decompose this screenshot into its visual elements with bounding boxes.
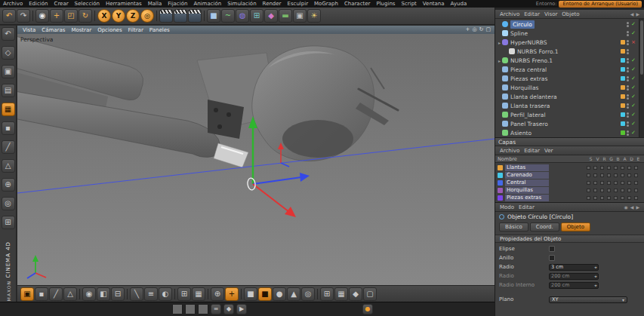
redo-icon[interactable]: ↷ [17,9,30,23]
enable-toggle[interactable]: ✓ [630,31,636,36]
object-manager-tree[interactable]: Circulo ✓ Spline ✓ ▸ HyperNURBS × NURBS … [495,19,644,138]
convert-object-icon[interactable]: ◇ [2,46,15,60]
make-editable-icon[interactable]: ▣ [20,287,34,301]
object-row-llanta-trasera[interactable]: Llanta trasera ✓ [495,101,644,110]
menu-character[interactable]: Character [341,0,374,8]
pan-view-icon[interactable]: + [466,27,470,32]
object-name[interactable]: Circulo [510,20,535,29]
expand-arrow-icon[interactable]: ▸ [497,58,502,63]
viewport[interactable]: VistaCámarasMostrarOpcionesFiltrarPanele… [17,26,495,285]
layer-color-swatch[interactable] [498,180,503,186]
viewport-canvas[interactable] [17,33,495,285]
om-menu-objeto[interactable]: Objeto [559,11,581,17]
enable-toggle[interactable]: ✓ [630,94,636,100]
menu-crear[interactable]: Crear [51,0,72,8]
vp-menu-mostrar[interactable]: Mostrar [68,27,94,33]
enable-toggle[interactable]: ✓ [630,112,636,118]
visibility-dots[interactable] [627,40,629,45]
points-mode-icon[interactable]: ▪ [2,121,15,135]
menu-herramientas[interactable]: Herramientas [103,0,145,8]
enable-toggle[interactable]: × [630,40,636,45]
visibility-dots[interactable] [627,121,629,127]
object-row-llanta-delantera[interactable]: Llanta delantera ✓ [495,92,644,101]
visibility-dots[interactable] [627,130,629,136]
attr-lock-icon[interactable]: ◉ [624,205,628,210]
object-name[interactable]: Panel Trasero [510,120,548,128]
lights-icon[interactable]: ☀ [307,9,321,23]
object-name[interactable]: NURBS Forro.1 [517,48,559,56]
om-menu-archivo[interactable]: Archivo [498,11,522,17]
visibility-dots[interactable] [627,31,629,36]
vp-menu-opciones[interactable]: Opciones [94,27,125,33]
model-mesh[interactable] [17,35,398,167]
brush-tool-icon[interactable]: ◐ [159,287,172,301]
enable-toggle[interactable]: ✓ [630,22,636,27]
layer-row-central[interactable]: Central [495,179,644,186]
sphere-tool-icon[interactable]: ● [273,287,286,301]
orange-cube-tool-icon[interactable]: ■ [258,287,272,301]
object-row-pieza-central[interactable]: Pieza central ✓ [495,65,644,74]
add-point-button[interactable]: + [225,287,239,301]
menu-animacion[interactable]: Animación [190,0,224,8]
property-value-field[interactable]: 3 cm [549,264,599,271]
menu-esculpir[interactable]: Esculpir [285,0,312,8]
texture-mode-icon[interactable]: ▤ [2,84,15,97]
material-thumbnail[interactable] [172,304,183,314]
menu-ayuda[interactable]: Ayuda [448,0,470,8]
visibility-dots[interactable] [627,112,629,118]
layer-row-piezas-extras[interactable]: Piezas extras [495,194,644,201]
layer-name[interactable]: Llantas [505,164,549,171]
workplane-mode-icon[interactable]: ▦ [2,103,15,116]
om-menu-visor[interactable]: Visor [542,11,559,17]
move-icon[interactable]: + [50,9,63,23]
array-tool-icon[interactable]: ⊞ [177,287,191,301]
deformers-icon[interactable]: ◆ [264,9,278,23]
generators-icon[interactable]: ⊞ [250,9,263,23]
tab-coord[interactable]: Coord. [530,222,559,232]
vp-menu-vista[interactable]: Vista [20,27,39,33]
menu-fijacion[interactable]: Fijación [165,0,190,8]
object-name[interactable]: Horquillas [510,84,538,92]
expand-arrow-icon[interactable]: ▸ [497,40,502,45]
extrude-tool-icon[interactable]: ⊟ [111,287,125,301]
render-view-icon[interactable] [159,9,173,23]
camera-label[interactable]: Perspectiva [20,36,53,43]
object-name[interactable]: Pieza central [510,66,547,74]
grid-snap-icon[interactable]: ⊞ [320,287,334,301]
layer-toggle-cells[interactable] [587,196,642,200]
object-row-asiento[interactable]: Asiento ✓ [495,128,644,137]
layer-toggle-cells[interactable] [587,173,642,177]
menu-archivo[interactable]: Archivo [0,0,26,8]
visibility-dots[interactable] [627,94,629,100]
scale-icon[interactable]: ◰ [64,9,78,23]
layer-name[interactable]: Piezas extras [505,195,549,201]
subdivision-surface-icon[interactable]: ◍ [236,9,249,23]
attr-forward-icon[interactable]: ▶ [636,205,639,210]
enable-toggle[interactable]: ✓ [630,130,636,136]
undo-palette-icon[interactable]: ↶ [2,27,15,41]
lock-x-button[interactable]: X [97,9,111,23]
layer-row-llantas[interactable]: Llantas [495,164,644,171]
cube-tool-icon[interactable]: ■ [244,287,257,301]
disc-tool-icon[interactable]: ◎ [301,287,315,301]
environment-icon[interactable]: ▬ [279,9,292,23]
material-thumbnail[interactable] [198,304,208,314]
enable-toggle[interactable]: ✓ [630,103,636,109]
object-manager-scrollbar[interactable] [639,19,644,137]
model-mode-icon[interactable]: ▣ [2,65,15,78]
property-value-field[interactable]: 200 cm [549,273,599,280]
layer-name[interactable]: Carenado [505,172,549,179]
layer-color-swatch[interactable] [498,188,503,193]
toggle-view-icon[interactable]: ▢ [485,27,491,32]
object-name[interactable]: Llanta delantera [510,93,557,101]
workplane-snap-icon[interactable]: ▦ [334,287,348,301]
menu-plugins[interactable]: Plugins [373,0,398,8]
enable-toggle[interactable]: ✓ [630,76,636,81]
object-name[interactable]: Spline [510,29,528,38]
menu-simulacion[interactable]: Simulación [224,0,259,8]
visibility-dots[interactable] [627,85,629,91]
play-icon[interactable]: ▶ [236,304,247,314]
menu-script[interactable]: Script [399,0,420,8]
snap-toggle-icon[interactable]: ● [362,304,373,314]
object-row-circulo[interactable]: Circulo ✓ [495,20,644,29]
